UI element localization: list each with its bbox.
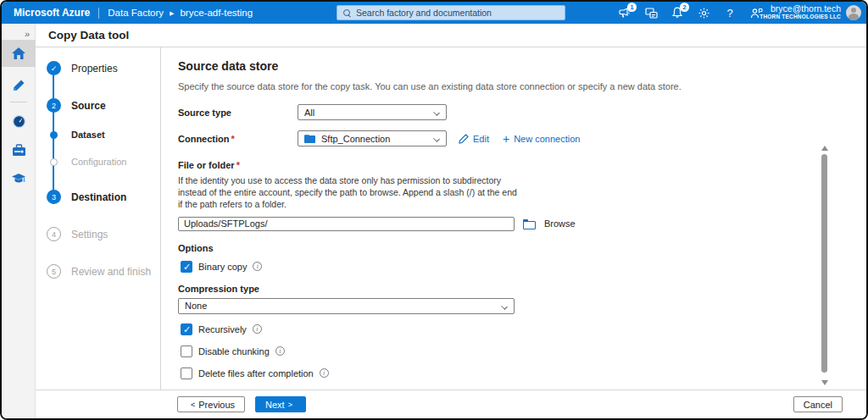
connection-select[interactable]: Sftp_Connection bbox=[298, 130, 447, 146]
user-org: THORN TECHNOLOGIES LLC bbox=[760, 14, 841, 19]
step-source[interactable]: 2 Source bbox=[47, 98, 106, 113]
binary-copy-label: Binary copy bbox=[198, 262, 247, 272]
recursively-checkbox[interactable] bbox=[181, 323, 192, 335]
next-button[interactable]: Next > bbox=[255, 396, 306, 412]
source-type-label: Source type bbox=[178, 108, 298, 118]
step-properties-label: Properties bbox=[71, 63, 118, 75]
step-destination[interactable]: 3 Destination bbox=[47, 190, 126, 204]
file-or-folder-value: Uploads/SFTPLogs/ bbox=[184, 218, 267, 229]
page-header: Copy Data tool bbox=[36, 24, 866, 47]
breadcrumb-app[interactable]: Data Factory bbox=[108, 8, 164, 18]
plus-icon: + bbox=[503, 132, 509, 146]
scroll-down-arrow-icon[interactable] bbox=[821, 380, 828, 385]
toolbox-icon bbox=[12, 144, 26, 157]
expand-sidebar-icon[interactable]: » bbox=[25, 29, 29, 39]
browse-button[interactable]: Browse bbox=[523, 218, 576, 229]
step-review-label: Review and finish bbox=[71, 266, 151, 278]
sidebar-item-manage[interactable] bbox=[2, 137, 36, 163]
step-dataset-marker bbox=[50, 131, 58, 139]
graduation-cap-icon bbox=[11, 173, 26, 185]
page-title: Copy Data tool bbox=[48, 29, 129, 41]
info-icon[interactable]: i bbox=[253, 324, 262, 334]
sidebar-item-home[interactable] bbox=[2, 40, 36, 67]
required-asterisk: * bbox=[231, 134, 235, 144]
recursively-row: Recursively i bbox=[181, 323, 815, 335]
step-review[interactable]: 5 Review and finish bbox=[47, 264, 151, 279]
delete-after-row: Delete files after completion i bbox=[181, 368, 815, 379]
announcements-badge: 1 bbox=[627, 3, 637, 12]
step-configuration[interactable]: Configuration bbox=[50, 157, 126, 167]
new-connection-button[interactable]: + New connection bbox=[503, 132, 580, 146]
topbar-icons: 1 2 ? bbox=[618, 2, 763, 24]
compression-section: Compression type None bbox=[178, 284, 815, 314]
edit-pencil-icon bbox=[459, 134, 469, 144]
topbar-divider bbox=[98, 8, 99, 19]
gauge-icon bbox=[12, 114, 26, 129]
vertical-scrollbar[interactable] bbox=[821, 144, 829, 387]
scroll-up-arrow-icon[interactable] bbox=[821, 146, 828, 151]
wizard-steps-panel: ✓ Properties 2 Source Dataset Configurat… bbox=[36, 47, 161, 390]
file-or-folder-help: If the identity you use to access the da… bbox=[178, 174, 517, 211]
azure-top-bar: Microsoft Azure Data Factory ▶ bryce-adf… bbox=[2, 2, 866, 24]
search-icon bbox=[343, 9, 351, 17]
delete-files-checkbox[interactable] bbox=[181, 368, 192, 379]
step-properties-marker: ✓ bbox=[47, 61, 61, 75]
binary-copy-checkbox[interactable] bbox=[181, 261, 192, 273]
wizard-footer: < Previous Next > Cancel bbox=[36, 390, 866, 418]
avatar[interactable] bbox=[846, 5, 861, 20]
file-or-folder-input[interactable]: Uploads/SFTPLogs/ bbox=[178, 217, 515, 231]
step-settings-marker: 4 bbox=[47, 227, 61, 241]
azure-brand[interactable]: Microsoft Azure bbox=[14, 7, 90, 19]
source-type-row: Source type All bbox=[178, 104, 815, 120]
announcements-icon[interactable]: 1 bbox=[618, 6, 632, 19]
step-settings-label: Settings bbox=[71, 229, 108, 240]
step-dataset[interactable]: Dataset bbox=[50, 130, 105, 140]
info-icon[interactable]: i bbox=[253, 262, 262, 271]
notifications-bell-icon[interactable]: 2 bbox=[670, 6, 684, 19]
sidebar-item-learning[interactable] bbox=[2, 166, 36, 191]
chevron-down-icon bbox=[433, 109, 440, 116]
chevron-down-icon bbox=[433, 135, 440, 142]
chevron-left-icon: < bbox=[191, 401, 195, 409]
step-configuration-marker bbox=[50, 158, 58, 166]
source-type-select[interactable]: All bbox=[298, 104, 447, 120]
search-input[interactable]: Search factory and documentation bbox=[337, 5, 565, 20]
binary-copy-row: Binary copy i bbox=[181, 261, 815, 273]
step-review-marker: 5 bbox=[47, 264, 61, 279]
form-description: Specify the source data store for the co… bbox=[178, 81, 815, 91]
switcher-icon[interactable] bbox=[644, 6, 658, 19]
required-asterisk: * bbox=[236, 160, 240, 170]
pencil-icon bbox=[12, 79, 25, 92]
scrollbar-thumb[interactable] bbox=[821, 154, 827, 373]
breadcrumb-factory[interactable]: bryce-adf-testing bbox=[180, 8, 253, 18]
sidebar-separator bbox=[10, 102, 27, 102]
compression-value: None bbox=[185, 301, 207, 311]
step-source-marker: 2 bbox=[47, 98, 61, 113]
info-icon[interactable]: i bbox=[320, 368, 329, 378]
edit-connection-button[interactable]: Edit bbox=[459, 134, 489, 144]
chevron-right-icon: > bbox=[288, 401, 292, 409]
connection-value: Sftp_Connection bbox=[321, 134, 390, 144]
folder-icon bbox=[304, 135, 315, 143]
connection-label: Connection* bbox=[178, 134, 298, 144]
sidebar-item-author[interactable] bbox=[2, 73, 36, 98]
disable-chunking-checkbox[interactable] bbox=[181, 345, 192, 357]
recursively-label: Recursively bbox=[198, 324, 247, 334]
sidebar-item-monitor[interactable] bbox=[2, 108, 36, 134]
settings-gear-icon[interactable] bbox=[697, 6, 710, 19]
info-icon[interactable]: i bbox=[275, 346, 285, 356]
previous-button[interactable]: < Previous bbox=[177, 396, 245, 412]
source-data-store-form: Source data store Specify the source dat… bbox=[162, 47, 866, 390]
app-window: Microsoft Azure Data Factory ▶ bryce-adf… bbox=[0, 0, 868, 420]
source-type-value: All bbox=[304, 108, 314, 118]
step-settings[interactable]: 4 Settings bbox=[47, 227, 108, 241]
step-properties[interactable]: ✓ Properties bbox=[47, 61, 118, 75]
help-icon[interactable]: ? bbox=[723, 6, 737, 19]
account-info[interactable]: bryce@thorn.tech THORN TECHNOLOGIES LLC bbox=[760, 3, 841, 20]
notifications-badge: 2 bbox=[680, 3, 689, 12]
home-icon bbox=[11, 47, 26, 60]
cancel-button[interactable]: Cancel bbox=[793, 396, 843, 412]
disable-chunking-row: Disable chunking i bbox=[181, 345, 815, 357]
file-or-folder-label: File or folder* bbox=[178, 160, 815, 170]
compression-select[interactable]: None bbox=[178, 298, 515, 314]
